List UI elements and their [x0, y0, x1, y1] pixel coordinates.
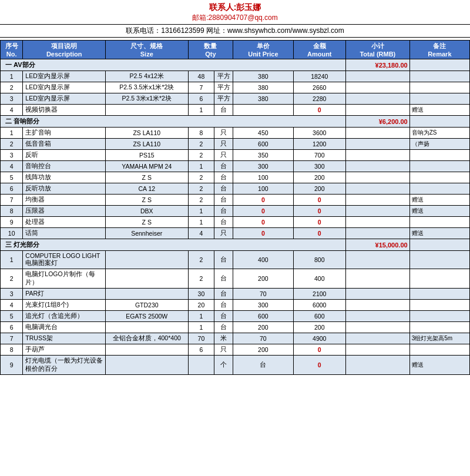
- cell-desc: 线阵功放: [23, 172, 106, 183]
- cell-price: 0: [233, 195, 293, 206]
- cell-desc: 灯光电缆（一般为灯光设备根价的百分: [23, 356, 106, 375]
- cell-qty: 20: [188, 300, 214, 311]
- cell-total: [346, 251, 410, 269]
- cell-unit: 只: [214, 150, 233, 161]
- cell-amount: 0: [293, 105, 345, 116]
- cell-size: Z S: [105, 217, 188, 228]
- cell-price: 台: [233, 356, 293, 375]
- cell-no: 6: [1, 183, 23, 195]
- cell-desc: PAR灯: [23, 289, 106, 300]
- cell-desc: 视频切换器: [23, 105, 106, 116]
- contact-email: 邮箱:2880904707@qq.com: [0, 13, 470, 23]
- cell-remark: [409, 322, 469, 333]
- table-row: 4 光束灯(1组8个) GTD230 20 台 300 6000: [1, 300, 470, 311]
- cell-remark: [409, 183, 469, 195]
- cell-unit: 台: [214, 105, 233, 116]
- cell-unit: 只: [214, 128, 233, 139]
- cell-amount: 600: [293, 311, 345, 322]
- main-table: 序号No. 项目说明Description 尺寸、规格Size 数量Qty 单价…: [0, 40, 470, 375]
- table-row: 3 反听 PS15 2 只 350 700: [1, 150, 470, 161]
- cell-unit: 台: [214, 311, 233, 322]
- cell-desc: 电脑调光台: [23, 322, 106, 333]
- cell-unit: 只: [214, 344, 233, 356]
- cell-amount: 200: [293, 172, 345, 183]
- cell-size: P2.5 3米x1米*2块: [105, 93, 188, 105]
- cell-total: [346, 82, 410, 93]
- cell-desc: 话筒: [23, 228, 106, 239]
- cell-price: 200: [233, 322, 293, 333]
- cell-unit: 台: [214, 206, 233, 217]
- cell-price: 450: [233, 128, 293, 139]
- th-no: 序号No.: [1, 41, 23, 59]
- cell-qty: 1: [188, 161, 214, 172]
- cell-desc: 光束灯(1组8个): [23, 300, 106, 311]
- cell-remark: 赠送: [409, 195, 469, 206]
- table-row: 4 音响控台 YAMAHA MPM 24 1 台 300 300: [1, 161, 470, 172]
- cell-price: 300: [233, 161, 293, 172]
- cell-size: [105, 251, 188, 269]
- section-remark: [409, 59, 469, 71]
- section-remark: [409, 116, 469, 128]
- cell-size: GTD230: [105, 300, 188, 311]
- cell-total: [346, 300, 410, 311]
- cell-size: Sennheiser: [105, 228, 188, 239]
- table-row: 5 线阵功放 Z S 2 台 100 200: [1, 172, 470, 183]
- cell-desc: LED室内显示屏: [23, 82, 106, 93]
- cell-remark: [409, 93, 469, 105]
- cell-price: 380: [233, 93, 293, 105]
- table-row: 3 PAR灯 30 台 70 2100: [1, 289, 470, 300]
- cell-remark: 赠送: [409, 105, 469, 116]
- cell-amount: 0: [293, 228, 345, 239]
- table-row: 1 COMPUTER LOGO LIGHT电脑图案灯 2 台 400 800: [1, 251, 470, 269]
- cell-size: PS15: [105, 150, 188, 161]
- cell-remark: [409, 217, 469, 228]
- section-name: 一 AV部分: [1, 59, 346, 71]
- cell-no: 5: [1, 311, 23, 322]
- cell-remark: [409, 300, 469, 311]
- table-row: 2 电脑灯LOGO片制作（每片） 2 台 200 400: [1, 269, 470, 289]
- cell-price: 380: [233, 82, 293, 93]
- cell-desc: 低音音箱: [23, 139, 106, 150]
- cell-no: 3: [1, 93, 23, 105]
- cell-size: P2.5 3.5米x1米*2块: [105, 82, 188, 93]
- cell-amount: 0: [293, 206, 345, 217]
- cell-amount: 300: [293, 161, 345, 172]
- cell-unit: 只: [214, 139, 233, 150]
- cell-price: 600: [233, 311, 293, 322]
- cell-price: 400: [233, 251, 293, 269]
- cell-unit: 台: [214, 289, 233, 300]
- cell-total: [346, 139, 410, 150]
- table-row: 8 手葫芦 6 只 200 0: [1, 344, 470, 356]
- cell-no: 10: [1, 228, 23, 239]
- cell-total: [346, 289, 410, 300]
- cell-unit: 米: [214, 333, 233, 344]
- section-header-0: 一 AV部分 ¥23,180.00: [1, 59, 470, 71]
- section-total: ¥23,180.00: [346, 59, 410, 71]
- cell-desc: 反听功放: [23, 183, 106, 195]
- cell-remark: 赠送: [409, 356, 469, 375]
- cell-size: Z S: [105, 195, 188, 206]
- cell-remark: 3组灯光架高5m: [409, 333, 469, 344]
- th-price: 单价Unit Price: [233, 41, 293, 59]
- table-row: 4 视频切换器 1 台 0 赠送: [1, 105, 470, 116]
- cell-unit: 平方: [214, 82, 233, 93]
- table-row: 6 反听功放 CA 12 2 台 100 200: [1, 183, 470, 195]
- cell-qty: 2: [188, 172, 214, 183]
- cell-qty: 7: [188, 82, 214, 93]
- table-row: 9 处理器 Z S 1 台 0 0: [1, 217, 470, 228]
- cell-qty: 2: [188, 139, 214, 150]
- table-row: 1 LED室内显示屏 P2.5 4x12米 48 平方 380 18240: [1, 71, 470, 82]
- cell-qty: [188, 356, 214, 375]
- cell-qty: 2: [188, 150, 214, 161]
- cell-no: 2: [1, 139, 23, 150]
- cell-price: 200: [233, 269, 293, 289]
- cell-qty: 2: [188, 251, 214, 269]
- cell-no: 9: [1, 217, 23, 228]
- cell-remark: 赠送: [409, 228, 469, 239]
- cell-no: 8: [1, 206, 23, 217]
- cell-unit: 平方: [214, 71, 233, 82]
- cell-amount: 200: [293, 183, 345, 195]
- cell-unit: 台: [214, 161, 233, 172]
- cell-qty: 4: [188, 228, 214, 239]
- cell-remark: [409, 71, 469, 82]
